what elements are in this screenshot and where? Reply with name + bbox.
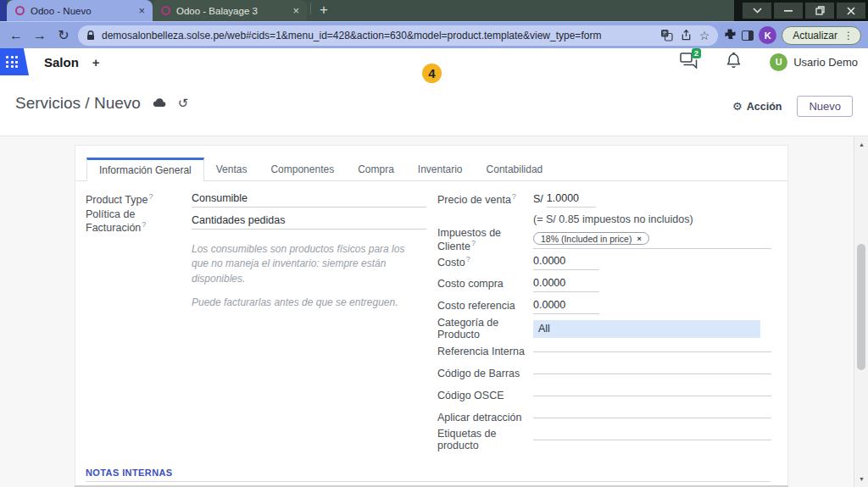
new-tab-button[interactable]: + [314,2,333,19]
tab-ventas[interactable]: Ventas [204,158,259,180]
tab-close-icon[interactable]: × [292,5,299,16]
breadcrumb-row: Servicios / Nuevo ↺ [15,94,188,113]
user-avatar: U [770,53,787,71]
price-tax-note: (= S/ 0.85 impuestos no incluidos) [533,213,693,225]
url-bar[interactable]: demosalonbelleza.solse.pe/web#cids=1&men… [78,25,718,46]
product-tags-input[interactable] [533,440,771,440]
cost-purchase-input[interactable]: 0.0000 [533,275,599,292]
notifications-bell-icon[interactable] [726,53,741,72]
reload-icon[interactable]: ↻ [54,27,73,43]
forward-icon[interactable]: → [31,28,49,43]
window-minimize-button[interactable] [774,3,803,19]
detraction-input[interactable] [533,418,771,418]
tab-componentes[interactable]: Componentes [259,158,346,180]
internal-reference-input[interactable] [533,351,771,352]
field-internal-reference: Referencia Interna [437,340,771,362]
tab-close-icon[interactable]: × [138,5,145,16]
cost-reference-input[interactable]: 0.0000 [533,297,599,314]
field-label: Costo? [437,255,533,268]
sale-price-input[interactable]: 1.0000 [547,191,596,208]
back-icon[interactable]: ← [7,28,25,43]
scroll-up-icon[interactable]: ▲ [854,141,868,147]
tab-inventario[interactable]: Inventario [406,158,475,180]
help-marker: ? [466,255,470,263]
product-category-input[interactable]: All [533,320,760,338]
help-marker: ? [142,220,146,229]
scrollbar-thumb[interactable] [857,244,865,370]
tab-contabilidad[interactable]: Contabilidad [475,158,555,180]
field-label: Aplicar detracción [437,412,533,423]
field-cost-purchase: Costo compra 0.0000 [437,273,771,295]
content-area: Información General Ventas Componentes C… [0,136,854,487]
window-close-button[interactable] [837,3,865,19]
app-name[interactable]: Salon [44,55,79,69]
messages-icon[interactable]: 2 [680,53,698,72]
breadcrumb[interactable]: Servicios / Nuevo [15,94,141,113]
control-panel-actions: ⚙ Acción Nuevo [732,96,853,117]
internal-notes-section-title: NOTAS INTERNAS [86,468,173,478]
window-controls [734,0,868,21]
browser-titlebar: Odoo - Nuevo × Odoo - Balayage 3 × + [0,0,868,21]
vertical-scrollbar[interactable]: ▲ ▼ [854,136,868,487]
tab-title: Odoo - Nuevo [31,6,132,16]
update-label: Actualizar [793,30,837,42]
side-panel-icon[interactable] [742,30,754,41]
apps-menu-icon[interactable] [0,48,29,75]
new-button[interactable]: Nuevo [797,96,853,117]
field-label: Impuestos de Cliente? [437,227,533,252]
product-type-input[interactable]: Consumible [192,191,426,208]
browser-profile-avatar[interactable]: K [759,26,776,44]
field-product-tags: Etiquetas de producto [437,429,771,451]
field-sale-price: Precio de venta? S/ 1.0000 [437,188,771,210]
action-menu[interactable]: ⚙ Acción [732,100,782,113]
cost-input[interactable]: 0.0000 [533,253,599,270]
field-invoice-policy: Política de Facturación? Cantidades pedi… [86,210,426,232]
osce-code-input[interactable] [533,396,771,396]
app-add-icon[interactable]: + [92,55,100,69]
share-icon[interactable] [680,29,693,42]
gear-icon: ⚙ [732,100,743,113]
discard-undo-icon[interactable]: ↺ [178,96,189,111]
field-label: Costo referencia [437,300,533,312]
grid-dots-icon [6,56,18,68]
save-cloud-icon[interactable] [153,96,166,111]
user-menu[interactable]: U Usario Demo [770,53,858,71]
extensions-puzzle-icon[interactable] [723,27,737,44]
bookmark-star-icon[interactable]: ☆ [699,29,710,42]
tab-informacion-general[interactable]: Información General [86,158,204,181]
annotation-badge-4: 4 [422,64,442,83]
help-marker: ? [512,192,516,201]
barcode-input[interactable] [533,374,771,374]
scroll-down-icon[interactable]: ▼ [854,476,868,482]
odoo-favicon-icon [15,6,25,15]
help-marker: ? [148,192,153,201]
form-sheet: Información General Ventas Componentes C… [75,145,788,487]
url-text: demosalonbelleza.solse.pe/web#cids=1&men… [102,30,654,42]
browser-toolbar: ← → ↻ demosalonbelleza.solse.pe/web#cids… [0,21,868,48]
window-menu-button[interactable] [743,3,771,19]
customer-taxes-input[interactable]: 18% (Included in price) × [533,230,771,249]
translate-icon[interactable] [660,29,673,42]
field-label: Código de Barras [437,368,533,379]
tax-tag[interactable]: 18% (Included in price) × [533,232,649,245]
invoice-policy-input[interactable]: Cantidades pedidas [192,213,426,230]
field-label: Política de Facturación? [86,208,192,234]
field-detraction: Aplicar detracción [437,407,771,429]
tab-compra[interactable]: Compra [346,158,406,180]
window-restore-button[interactable] [805,3,834,19]
browser-menu-icon[interactable]: ⋮ [843,30,854,42]
window-corner-strip [0,0,7,21]
tax-remove-icon[interactable]: × [637,235,641,243]
odoo-favicon-icon [161,6,170,15]
browser-tab-inactive[interactable]: Odoo - Balayage 3 × [153,0,307,21]
message-count-badge: 2 [692,48,701,58]
tab-separator [310,3,311,14]
browser-update-button[interactable]: Actualizar ⋮ [782,26,861,45]
field-label: Código OSCE [437,390,533,401]
form-column-right: Precio de venta? S/ 1.0000 (= S/ 0.85 im… [437,188,771,451]
field-label: Categoría de Producto [437,317,533,340]
field-label: Precio de venta? [437,192,533,206]
field-barcode: Código de Barras [437,362,771,385]
control-panel: Servicios / Nuevo ↺ ⚙ Acción Nuevo [0,75,868,136]
browser-tab-active[interactable]: Odoo - Nuevo × [7,0,153,21]
